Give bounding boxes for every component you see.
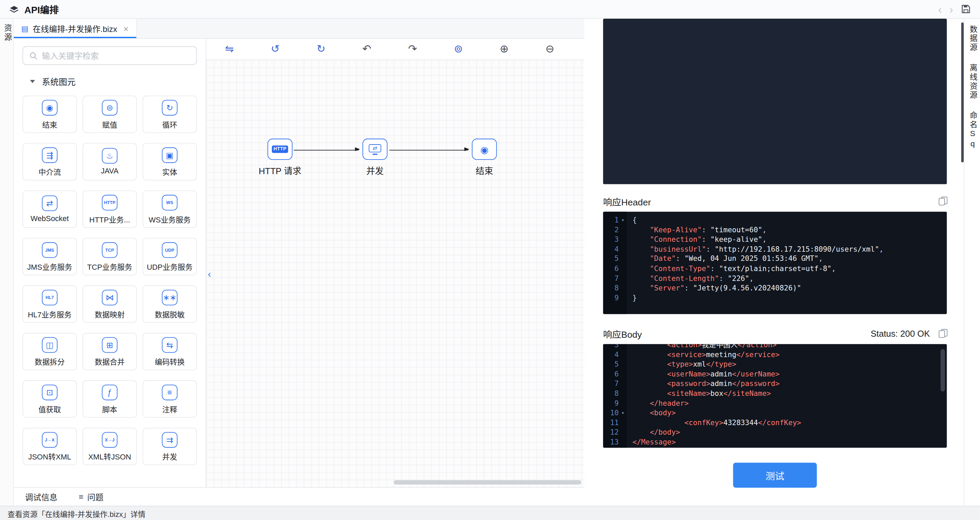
close-icon[interactable]: × (123, 24, 128, 33)
palette-item[interactable]: ⊡值获取 (22, 380, 77, 418)
end-icon: ◉ (42, 100, 57, 115)
line-number: 5 (603, 254, 619, 264)
encoding-convert-icon: ⇆ (162, 337, 178, 353)
test-button[interactable]: 测试 (733, 463, 817, 487)
flow-node-concurrent[interactable]: ⇄ 并发 (344, 139, 406, 177)
node-label: 并发 (366, 164, 383, 177)
right-strip-item[interactable]: 离线资源 (968, 63, 976, 99)
palette-item[interactable]: X→JXML转JSON (83, 428, 137, 465)
tab-editor-file[interactable]: ▤ 在线编排-并发操作.bizx × (14, 19, 137, 38)
palette-item[interactable]: UDPUDP业务服务 (143, 238, 197, 276)
forward-icon[interactable]: › (949, 3, 953, 14)
palette-item[interactable]: ▣实体 (143, 143, 197, 180)
fold-icon[interactable]: ▾ (619, 215, 627, 225)
debug-info-tab[interactable]: 调试信息 (25, 491, 57, 503)
right-strip-item[interactable]: 命名Sq (968, 111, 976, 149)
copy-icon[interactable] (939, 329, 947, 338)
right-strip-item[interactable]: 数据源 (968, 25, 976, 52)
code-line: 9▾ </header> (603, 399, 947, 409)
arrows-glyph: ⇄ (373, 146, 377, 151)
palette-item[interactable]: HTTPHTTP业务... (83, 190, 137, 228)
problems-tab[interactable]: ≡ 问题 (79, 491, 103, 503)
code-line: 9▾} (603, 293, 947, 303)
code-text: } (627, 293, 637, 303)
search-input[interactable] (42, 51, 190, 60)
palette-item[interactable]: ⊞数据合并 (83, 333, 137, 370)
palette-item[interactable]: ↻循环 (143, 95, 197, 133)
code-line: 7▾ "Content-Length": "226", (603, 274, 947, 284)
vertical-scrollbar[interactable] (940, 349, 945, 392)
collapse-palette-handle[interactable]: ‹ (206, 261, 214, 286)
palette-item[interactable]: ◫数据拆分 (22, 333, 77, 370)
line-number: 12 (603, 428, 619, 438)
palette-item-label: 结束 (42, 118, 57, 129)
save-icon[interactable] (961, 4, 971, 14)
left-sidebar-strip: 资源 (0, 19, 14, 506)
redo-icon[interactable]: ↷ (408, 44, 417, 54)
entity-icon: ▣ (162, 147, 178, 163)
code-text: "businessUrl": "http://192.168.17.215:80… (627, 244, 884, 254)
fold-icon[interactable]: ▾ (619, 409, 627, 418)
undo-icon[interactable]: ↶ (362, 44, 371, 54)
panel-scrollbar[interactable] (961, 22, 964, 162)
palette-item[interactable]: HL7HL7业务服务 (22, 285, 77, 323)
java-icon: ♨ (102, 148, 118, 163)
palette-item[interactable]: TCPTCP业务服务 (83, 238, 137, 276)
code-line: 6▾ "Content-Type": "text/plain;charset=u… (603, 264, 947, 274)
horizontal-scrollbar[interactable] (394, 480, 581, 485)
palette-item[interactable]: ⋈数据映射 (83, 285, 137, 323)
line-number: 8 (603, 389, 619, 399)
tab-label: 在线编排-并发操作.bizx (33, 22, 117, 34)
palette-item[interactable]: ◉结束 (22, 95, 77, 133)
system-components-header[interactable]: 系统图元 (30, 75, 197, 87)
palette-item-label: 数据拆分 (35, 356, 65, 366)
code-text: "Server": "Jetty(9.4.56.v20240826)" (627, 284, 801, 293)
code-line: 2▾ "Keep-Alive": "timeout=60", (603, 225, 947, 235)
data-merge-icon: ⊞ (102, 337, 118, 353)
sync-icon[interactable]: ↺ (270, 44, 280, 54)
palette-item[interactable]: ƒ脚本 (83, 380, 137, 418)
palette-item[interactable]: WSWS业务服务 (143, 190, 197, 228)
fold-icon: ▾ (619, 264, 627, 274)
zoom-in-icon[interactable]: ⊕ (500, 44, 509, 54)
palette-item[interactable]: ⇉并发 (143, 428, 197, 465)
resources-panel-tab[interactable]: 资源 (2, 24, 11, 506)
palette-item[interactable]: ≡注释 (143, 380, 197, 418)
topbar: API编排 ‹ › (0, 0, 980, 19)
flow-canvas[interactable]: HTTP HTTP 请求 ⇄ 并发 (206, 60, 584, 487)
palette-item[interactable]: ⊜赋值 (83, 95, 137, 133)
data-masking-icon: ∗∗ (162, 289, 178, 305)
palette-item[interactable]: JMSJMS业务服务 (22, 238, 77, 276)
palette-item[interactable]: ∗∗数据脱敏 (143, 285, 197, 323)
back-icon[interactable]: ‹ (938, 3, 942, 14)
line-number: 13 (603, 438, 619, 447)
code-line: 5▾ "Date": "Wed, 04 Jun 2025 01:53:46 GM… (603, 254, 947, 264)
line-number: 6 (603, 264, 619, 274)
palette-item[interactable]: ⇶中介流 (22, 143, 77, 180)
fit-view-icon[interactable]: ⊚ (454, 44, 463, 54)
palette-item[interactable]: ⇄WebSocket (22, 190, 77, 228)
fold-icon: ▾ (619, 360, 627, 370)
code-text: <siteName>box</siteName> (627, 389, 771, 399)
copy-icon[interactable] (939, 197, 947, 205)
section-label: 系统图元 (42, 75, 76, 87)
palette-item[interactable]: J→XJSON转XML (22, 428, 77, 465)
flow-node-http-request[interactable]: HTTP HTTP 请求 (249, 139, 312, 177)
code-text: { (627, 215, 637, 225)
refresh-icon[interactable]: ↻ (317, 44, 325, 54)
flow-node-end[interactable]: ◉ 结束 (453, 139, 516, 177)
jms-service-icon: JMS (42, 242, 57, 257)
relation-icon[interactable]: ⇋ (225, 44, 234, 54)
code-text: "Connection": "keep-alive", (627, 235, 767, 245)
zoom-out-icon[interactable]: ⊖ (545, 44, 554, 54)
fold-icon: ▾ (619, 254, 627, 264)
palette-item[interactable]: ♨JAVA (83, 143, 137, 180)
bottom-panel-bar: 调试信息 ≡ 问题 (14, 487, 584, 506)
http-service-icon: HTTP (102, 195, 118, 210)
palette-item[interactable]: ⇆编码转换 (143, 333, 197, 370)
palette-item-label: 循环 (162, 118, 177, 129)
request-editor[interactable] (603, 19, 947, 184)
app-logo-icon (9, 5, 19, 14)
palette-item-label: HTTP业务... (89, 213, 130, 224)
palette-item-label: JAVA (101, 166, 118, 176)
